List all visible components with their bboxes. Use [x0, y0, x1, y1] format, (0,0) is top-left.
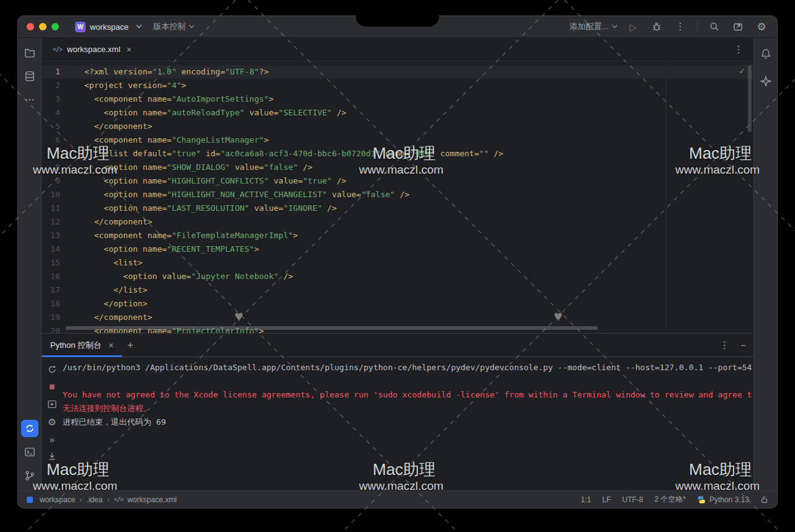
code-line[interactable]: 18 </option>: [42, 297, 753, 311]
breadcrumb-separator: ›: [79, 495, 82, 504]
main-content: ⋯: [18, 38, 777, 490]
code-line[interactable]: 15 <list>: [42, 256, 753, 270]
open-in-new-window-icon[interactable]: [731, 20, 745, 33]
line-number: 16: [42, 270, 69, 283]
console-tab-label: Python 控制台: [50, 340, 102, 351]
scroll-to-end-icon[interactable]: [46, 450, 58, 463]
project-widget[interactable]: W workspace: [75, 22, 141, 32]
more-actions-icon[interactable]: ⋮: [673, 20, 687, 33]
ai-assistant-icon[interactable]: [757, 73, 775, 90]
project-name: workspace: [90, 22, 128, 32]
close-tab-icon[interactable]: ×: [127, 45, 131, 55]
caret-position[interactable]: 1:1: [581, 495, 592, 504]
inspection-ok-icon[interactable]: ✓: [740, 64, 745, 78]
code-line[interactable]: 19 </component>: [42, 311, 753, 324]
code-text: <project version="4">: [69, 79, 186, 92]
console-output[interactable]: /usr/bin/python3 /Applications/DataSpell…: [63, 357, 753, 490]
console-options-icon[interactable]: ⋮: [719, 340, 729, 350]
console-settings-icon[interactable]: ⚙: [46, 415, 58, 428]
code-text: <option name="LAST_RESOLUTION" value="IG…: [69, 202, 337, 215]
editor-tab-workspace-xml[interactable]: </> workspace.xml ×: [47, 38, 138, 61]
add-configuration-label: 添加配置...: [569, 21, 608, 32]
editor-tab-bar: </> workspace.xml × ⋮: [42, 38, 753, 61]
encoding-indicator[interactable]: UTF-8: [622, 495, 643, 504]
breadcrumb-item[interactable]: workspace.xml: [127, 495, 176, 504]
code-text: <list default="true" id="ac0ca6a8-acf3-4…: [69, 147, 504, 161]
console-tab-python[interactable]: Python 控制台 ×: [42, 334, 122, 357]
code-line[interactable]: 2<project version="4">: [42, 79, 753, 92]
code-line[interactable]: 13 <component name="FileTemplateManagerI…: [42, 229, 753, 242]
project-folder-icon[interactable]: [21, 44, 38, 61]
breadcrumbs: workspace›.idea›</>workspace.xml: [27, 495, 177, 504]
editor-tab-options-icon[interactable]: ⋮: [734, 43, 748, 55]
code-line[interactable]: 4 <option name="autoReloadType" value="S…: [42, 106, 753, 120]
workspace-icon: W: [75, 22, 86, 32]
console-line: /usr/bin/python3 /Applications/DataSpell…: [63, 361, 753, 375]
line-number: 11: [42, 202, 69, 215]
indent-indicator[interactable]: 2 个空格*: [654, 494, 686, 505]
settings-gear-icon[interactable]: ⚙: [755, 20, 768, 33]
line-number: 14: [42, 242, 69, 256]
breadcrumb-item[interactable]: .idea: [86, 495, 102, 504]
code-text: <list>: [69, 256, 143, 270]
code-line[interactable]: 16 <option value="Jupyter Notebook" />: [42, 270, 753, 283]
minimize-window-button[interactable]: [39, 23, 47, 30]
code-line[interactable]: 9 <option name="HIGHLIGHT_CONFLICTS" val…: [42, 174, 753, 188]
rerun-icon[interactable]: [46, 363, 58, 376]
code-line[interactable]: 6 <component name="ChangeListManager">: [42, 133, 753, 147]
ide-window: W workspace 版本控制 添加配置... ▷: [17, 16, 778, 508]
macos-screen: W workspace 版本控制 添加配置... ▷: [0, 0, 795, 532]
code-line[interactable]: 10 <option name="HIGHLIGHT_NON_ACTIVE_CH…: [42, 188, 753, 202]
close-window-button[interactable]: [27, 23, 34, 30]
fullscreen-window-button[interactable]: [51, 23, 59, 30]
close-console-tab-icon[interactable]: ×: [109, 340, 113, 350]
notifications-bell-icon[interactable]: [757, 45, 775, 63]
interpreter-label: Python 3.13: [709, 495, 749, 504]
editor-tab-label: workspace.xml: [67, 45, 120, 54]
terminal-icon[interactable]: [21, 443, 38, 461]
code-line[interactable]: 5 </component>: [42, 120, 753, 133]
code-line[interactable]: 1<?xml version="1.0" encoding="UTF-8"?>: [42, 65, 753, 79]
macbook-notch: [356, 0, 439, 27]
chevron-down-icon: [136, 23, 141, 28]
unlocked-icon[interactable]: [760, 495, 768, 503]
database-icon[interactable]: [21, 68, 38, 85]
execute-icon[interactable]: [46, 398, 58, 410]
line-number: 4: [42, 106, 69, 120]
fast-forward-icon[interactable]: »: [46, 433, 58, 445]
run-configuration-selector[interactable]: 添加配置...: [569, 21, 616, 32]
code-line[interactable]: 17 </list>: [42, 283, 753, 297]
console-body: ⚙ » /usr/bin/python3 /Applicati: [42, 357, 753, 490]
line-number: 20: [42, 324, 69, 333]
editor-vertical-scrollbar[interactable]: [748, 65, 752, 132]
line-number: 10: [42, 188, 69, 202]
new-console-button[interactable]: +: [127, 339, 133, 352]
vcs-widget[interactable]: 版本控制: [153, 21, 193, 32]
code-line[interactable]: 3 <component name="AutoImportSettings">: [42, 92, 753, 106]
search-everywhere-icon[interactable]: [708, 20, 721, 33]
code-lines: 1<?xml version="1.0" encoding="UTF-8"?>2…: [42, 61, 753, 333]
debug-icon[interactable]: [650, 20, 664, 33]
code-editor[interactable]: 1<?xml version="1.0" encoding="UTF-8"?>2…: [42, 61, 753, 333]
line-number: 1: [42, 65, 69, 79]
editor-console-column: </> workspace.xml × ⋮ 1<?xml version="1.…: [42, 38, 753, 490]
stop-icon[interactable]: [46, 381, 58, 393]
minimize-panel-icon[interactable]: −: [740, 340, 746, 350]
more-tool-windows-icon[interactable]: ⋯: [21, 91, 38, 109]
run-button[interactable]: ▷: [626, 20, 640, 33]
code-line[interactable]: 14 <option name="RECENT_TEMPLATES">: [42, 242, 753, 256]
interpreter-widget[interactable]: Python 3.13: [697, 495, 749, 504]
line-number: 19: [42, 311, 69, 324]
code-line[interactable]: 11 <option name="LAST_RESOLUTION" value=…: [42, 202, 753, 215]
code-line[interactable]: 12 </component>: [42, 215, 753, 229]
left-tool-strip: ⋯: [18, 38, 42, 490]
code-line[interactable]: 7 <list default="true" id="ac0ca6a8-acf3…: [42, 147, 753, 161]
code-line[interactable]: 8 <option name="SHOW_DIALOG" value="fals…: [42, 161, 753, 174]
code-text: <option name="HIGHLIGHT_CONFLICTS" value…: [69, 174, 347, 188]
breadcrumb-item[interactable]: workspace: [40, 495, 75, 504]
python-console-toolwindow-icon[interactable]: [21, 420, 38, 437]
line-separator-indicator[interactable]: LF: [602, 495, 611, 504]
right-tool-strip: [753, 38, 777, 490]
editor-horizontal-scrollbar[interactable]: [66, 326, 598, 330]
git-branch-icon[interactable]: [21, 467, 38, 484]
